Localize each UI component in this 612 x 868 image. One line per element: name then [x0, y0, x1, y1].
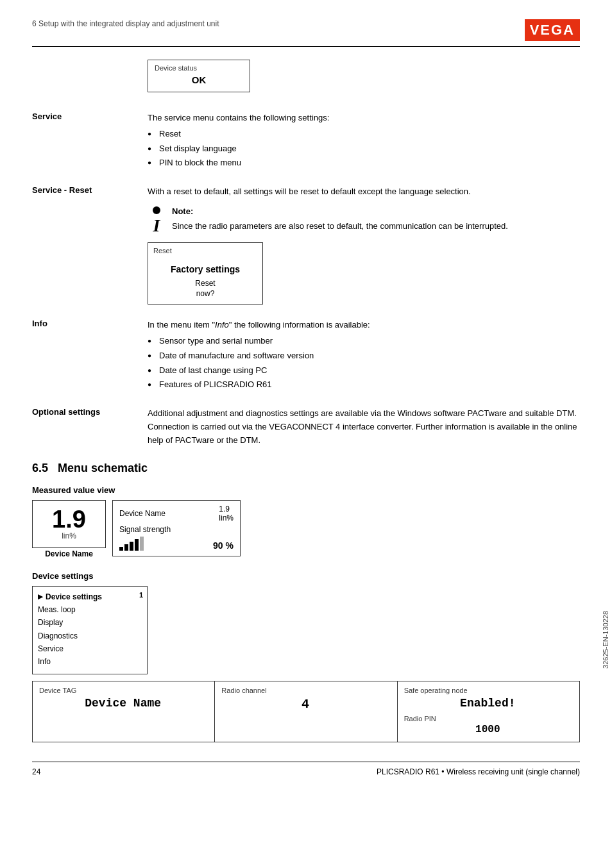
- info-icon: I: [149, 217, 164, 235]
- radio-pin-label: Radio PIN: [404, 715, 572, 722]
- big-value-box: 1.9 lin%: [32, 500, 106, 548]
- service-reset-label: Service - Reset: [32, 185, 148, 195]
- reset-box-title: Factory settings: [148, 260, 262, 279]
- menu-schematic-heading: 6.5 Menu schematic: [32, 462, 580, 475]
- bar-2: [124, 544, 128, 551]
- menu-item-meas-loop[interactable]: Meas. loop: [38, 603, 142, 616]
- device-tag-value: Device Name: [39, 697, 207, 710]
- reset-box: Reset Factory settings Reset now?: [148, 242, 263, 305]
- measured-value-section: Measured value view 1.9 lin% Device Name…: [32, 485, 580, 558]
- heading-number: 6.5: [32, 462, 48, 474]
- list-item: Features of PLICSRADIO R61: [148, 378, 580, 392]
- big-value-number: 1.9: [52, 507, 86, 531]
- big-value-unit: lin%: [62, 531, 76, 540]
- signal-name-row: Device Name 1.9 lin%: [119, 505, 234, 522]
- logo-text: VEGA: [530, 22, 575, 38]
- bar-1: [119, 547, 123, 551]
- page-number: 24: [32, 767, 40, 776]
- logo-box: VEGA: [525, 19, 580, 41]
- device-name-below-box: Device Name: [32, 549, 106, 558]
- list-item: Sensor type and serial number: [148, 335, 580, 348]
- big-value-container: 1.9 lin% Device Name: [32, 500, 106, 558]
- side-label: 32625-EN-130228: [599, 606, 612, 674]
- optional-text: Additional adjustment and diagnostics se…: [148, 408, 577, 445]
- safe-operating-value: Enabled!: [404, 697, 572, 710]
- radio-channel-value: 4: [221, 697, 389, 712]
- signal-bar-row: 90 %: [119, 537, 234, 551]
- service-reset-text: With a reset to default, all settings wi…: [148, 187, 471, 196]
- info-intro: In the menu item "Info" the following in…: [148, 320, 370, 330]
- page: 6 Setup with the integrated display and …: [0, 0, 612, 802]
- signal-strength-label: Signal strength: [119, 525, 234, 534]
- signal-device-name-value: 1.9 lin%: [219, 505, 234, 522]
- reset-box-header: Reset: [148, 243, 262, 260]
- info-label: Info: [32, 319, 148, 328]
- list-item: PIN to block the menu: [148, 156, 580, 170]
- signal-percent: 90 %: [213, 540, 234, 551]
- info-italic: Info: [215, 320, 229, 330]
- menu-item-service[interactable]: Service: [38, 642, 142, 655]
- bar-5: [140, 537, 144, 551]
- header-title: 6 Setup with the integrated display and …: [32, 19, 219, 28]
- heading-title: Menu schematic: [58, 462, 148, 474]
- device-settings-section: Device settings 1 ▶ Device settings Meas…: [32, 571, 580, 742]
- menu-item-display[interactable]: Display: [38, 616, 142, 629]
- safe-operating-col: Safe operating node Enabled! Radio PIN 1…: [398, 681, 580, 742]
- note-dot-icon: [153, 206, 160, 214]
- service-intro: The service menu contains the following …: [148, 113, 329, 122]
- measured-value-title: Measured value view: [32, 485, 580, 495]
- menu-item-diagnostics[interactable]: Diagnostics: [38, 630, 142, 642]
- bar-4: [135, 539, 139, 551]
- device-status-label: Device status: [155, 64, 243, 72]
- note-title: Note:: [172, 205, 508, 219]
- settings-menu-badge: 1: [139, 589, 143, 601]
- footer-product-text: PLICSRADIO R61 • Wireless receiving unit…: [377, 767, 580, 776]
- signal-box: Device Name 1.9 lin% Signal strength: [112, 500, 241, 556]
- info-list: Sensor type and serial number Date of ma…: [148, 335, 580, 392]
- optional-body: Additional adjustment and diagnostics se…: [148, 407, 580, 447]
- service-section: Service The service menu contains the fo…: [32, 112, 580, 171]
- info-body: In the menu item "Info" the following in…: [148, 319, 580, 393]
- service-body: The service menu contains the following …: [148, 112, 580, 171]
- device-status-box: Device status OK: [148, 60, 250, 92]
- device-bottom-row: Device TAG Device Name Radio channel 4 S…: [32, 681, 580, 742]
- bar-3: [130, 542, 133, 551]
- radio-channel-col: Radio channel 4: [215, 681, 397, 742]
- radio-channel-label: Radio channel: [221, 687, 389, 694]
- settings-menu-box: 1 ▶ Device settings Meas. loop Display D…: [32, 586, 148, 674]
- optional-label: Optional settings: [32, 407, 148, 417]
- device-settings-title: Device settings: [32, 571, 580, 581]
- signal-device-name-label: Device Name: [119, 509, 166, 518]
- measured-value-row: 1.9 lin% Device Name Device Name 1.9 lin…: [32, 500, 580, 558]
- signal-bars: [119, 537, 144, 551]
- radio-pin-value: 1000: [404, 724, 572, 735]
- menu-item-device-settings[interactable]: ▶ Device settings: [38, 590, 142, 603]
- arrow-right-icon: ▶: [38, 591, 43, 602]
- note-text: Note: Since the radio parameters are als…: [172, 205, 508, 233]
- reset-box-sub: Reset now?: [148, 279, 262, 299]
- page-footer: 24 PLICSRADIO R61 • Wireless receiving u…: [32, 762, 580, 776]
- optional-section: Optional settings Additional adjustment …: [32, 407, 580, 447]
- menu-item-info[interactable]: Info: [38, 655, 142, 668]
- logo: VEGA: [525, 19, 580, 41]
- safe-operating-label: Safe operating node: [404, 687, 572, 694]
- service-label: Service: [32, 112, 148, 121]
- service-list: Reset Set display language PIN to block …: [148, 128, 580, 170]
- device-status-value: OK: [155, 74, 243, 85]
- note-body: Since the radio parameters are also rese…: [172, 221, 508, 231]
- page-header: 6 Setup with the integrated display and …: [32, 19, 580, 47]
- service-reset-section: Service - Reset With a reset to default,…: [32, 185, 580, 305]
- note-container: I Note: Since the radio parameters are a…: [148, 205, 580, 235]
- device-tag-label: Device TAG: [39, 687, 207, 694]
- service-reset-body: With a reset to default, all settings wi…: [148, 185, 580, 305]
- list-item: Date of manufacture and software version: [148, 349, 580, 363]
- list-item: Date of last change using PC: [148, 364, 580, 378]
- list-item: Reset: [148, 128, 580, 141]
- list-item: Set display language: [148, 142, 580, 156]
- info-section: Info In the menu item "Info" the followi…: [32, 319, 580, 393]
- device-tag-col: Device TAG Device Name: [32, 681, 215, 742]
